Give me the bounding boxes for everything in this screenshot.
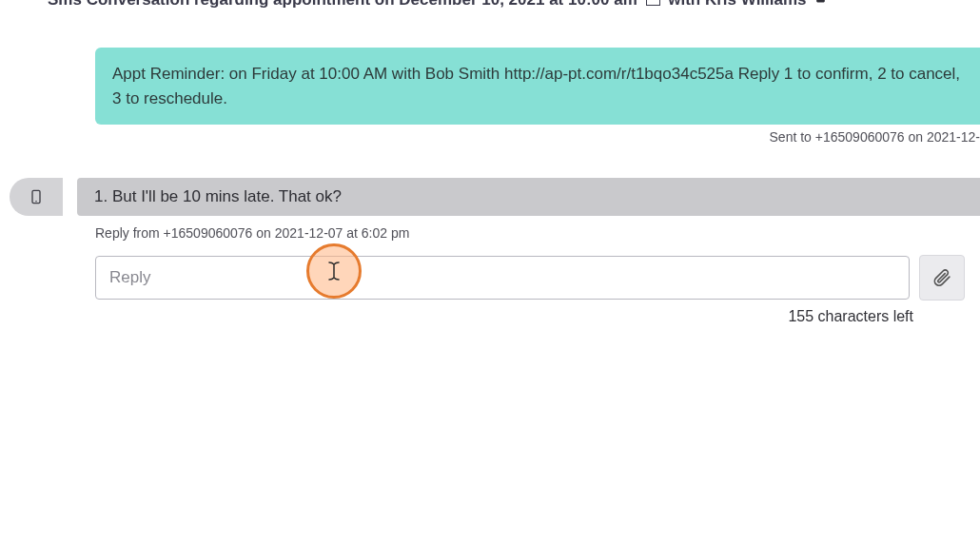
phone-icon xyxy=(29,186,44,207)
header-title-text: Sms Conversation regarding appointment o… xyxy=(48,0,637,9)
paperclip-icon xyxy=(932,268,951,287)
attachment-button[interactable] xyxy=(919,255,965,301)
outgoing-message-meta: Sent to +16509060076 on 2021-12- xyxy=(95,129,980,145)
characters-left-label: 155 characters left xyxy=(95,308,980,325)
lock-icon xyxy=(814,0,827,9)
incoming-message-meta: Reply from +16509060076 on 2021-12-07 at… xyxy=(95,225,980,241)
incoming-phone-badge xyxy=(10,178,63,216)
incoming-message-bubble: 1. But I'll be 10 mins late. That ok? xyxy=(77,178,980,216)
incoming-message-text: 1. But I'll be 10 mins late. That ok? xyxy=(94,187,342,206)
checkbox-icon[interactable] xyxy=(646,0,660,6)
outgoing-message-text: Appt Reminder: on Friday at 10:00 AM wit… xyxy=(112,65,960,107)
conversation-header: Sms Conversation regarding appointment o… xyxy=(0,0,980,10)
reply-input[interactable] xyxy=(95,256,910,300)
outgoing-message-bubble: Appt Reminder: on Friday at 10:00 AM wit… xyxy=(95,48,980,125)
header-tail-text: with Kris Williams xyxy=(668,0,806,9)
